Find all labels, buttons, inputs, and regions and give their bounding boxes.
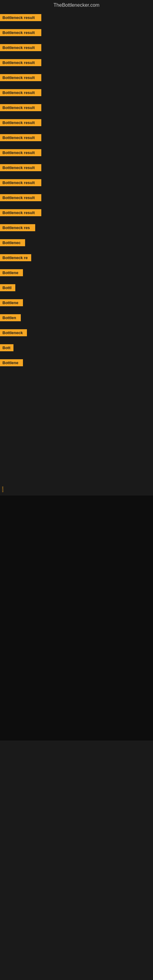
dark-section xyxy=(0,495,153,740)
bar-row: Bottl xyxy=(0,282,153,294)
bar-row: Bottlen xyxy=(0,312,153,324)
score-label-area: score xyxy=(0,373,153,495)
bar-row: Bottleneck result xyxy=(0,207,153,219)
bottleneck-bar[interactable]: Bottleneck result xyxy=(0,134,41,141)
site-title: TheBottlenecker.com xyxy=(0,0,153,10)
bar-row: Bottleneck result xyxy=(0,12,153,24)
bar-row: Bottleneck result xyxy=(0,41,153,54)
bottleneck-bar[interactable]: Bottleneck result xyxy=(0,194,41,201)
bar-row: Bottlene xyxy=(0,357,153,369)
bottleneck-bar[interactable]: Bottleneck result xyxy=(0,179,41,186)
bottleneck-bar[interactable]: Bottleneck result xyxy=(0,44,41,51)
bottleneck-bar[interactable]: Bottleneck result xyxy=(0,164,41,171)
bottleneck-bar[interactable]: Bottlene xyxy=(0,269,23,276)
bar-row: Bottleneck result xyxy=(0,87,153,99)
bottleneck-bar[interactable]: Bottleneck result xyxy=(0,14,41,21)
bottleneck-bar[interactable]: Bottlene xyxy=(0,359,23,366)
bottleneck-bar[interactable]: Bottleneck xyxy=(0,329,27,336)
bar-row: Bottleneck result xyxy=(0,57,153,68)
bar-row: Bottleneck result xyxy=(0,27,153,38)
bar-row: Bottleneck res xyxy=(0,222,153,234)
bar-row: Bottleneck result xyxy=(0,117,153,129)
bottleneck-bar[interactable]: Bottl xyxy=(0,284,15,291)
bottleneck-bar[interactable]: Bottleneck result xyxy=(0,74,41,81)
bar-row: Bottleneck result xyxy=(0,162,153,173)
bottleneck-bar[interactable]: Bottleneck res xyxy=(0,224,35,231)
bottleneck-bar[interactable]: Bottlenec xyxy=(0,239,25,246)
bottleneck-bar[interactable]: Bottleneck result xyxy=(0,89,41,96)
bottleneck-bar[interactable]: Bottleneck result xyxy=(0,209,41,216)
bottleneck-bar[interactable]: Bottlen xyxy=(0,314,21,321)
bottleneck-bar[interactable]: Bottleneck re xyxy=(0,254,31,261)
bar-row: Bottleneck result xyxy=(0,177,153,189)
bar-row: Bottlene xyxy=(0,267,153,279)
bar-row: Bottleneck result xyxy=(0,72,153,84)
bar-row: Bottleneck re xyxy=(0,252,153,264)
bottleneck-bar[interactable]: Bottleneck result xyxy=(0,59,41,66)
bar-row: Bott xyxy=(0,342,153,354)
bar-row: Bottlenec xyxy=(0,237,153,249)
bar-row: Bottlene xyxy=(0,297,153,309)
bottleneck-bar[interactable]: Bottleneck result xyxy=(0,149,41,156)
bottleneck-bar[interactable]: Bottleneck result xyxy=(0,119,41,126)
bar-row: Bottleneck result xyxy=(0,132,153,144)
bottleneck-bar[interactable]: Bottleneck result xyxy=(0,29,41,36)
bar-row: Bottleneck result xyxy=(0,192,153,204)
bars-container: Bottleneck resultBottleneck resultBottle… xyxy=(0,10,153,373)
score-label: score xyxy=(1,486,4,492)
bar-row: Bottleneck xyxy=(0,327,153,339)
bottleneck-bar[interactable]: Bott xyxy=(0,344,13,351)
bar-row: Bottleneck result xyxy=(0,147,153,159)
bottleneck-bar[interactable]: Bottleneck result xyxy=(0,104,41,111)
bar-row: Bottleneck result xyxy=(0,102,153,114)
bottleneck-bar[interactable]: Bottlene xyxy=(0,299,23,306)
site-header: TheBottlenecker.com xyxy=(0,0,153,10)
